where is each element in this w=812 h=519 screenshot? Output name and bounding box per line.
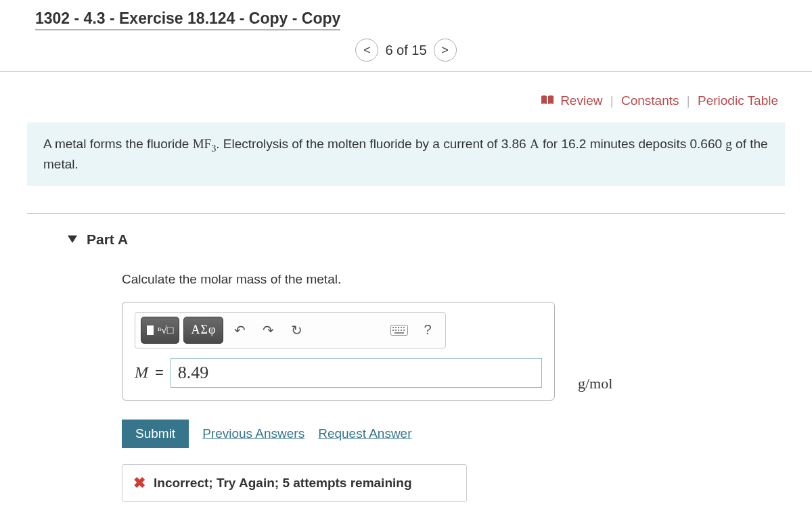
header-divider xyxy=(0,71,812,72)
review-link[interactable]: Review xyxy=(560,93,602,108)
part-instruction: Calculate the molar mass of the metal. xyxy=(122,272,785,287)
pager-prev-button[interactable]: < xyxy=(355,39,378,62)
svg-rect-10 xyxy=(403,330,405,331)
help-button[interactable]: ? xyxy=(415,317,440,344)
incorrect-icon: ✖ xyxy=(133,474,145,492)
constants-link[interactable]: Constants xyxy=(621,93,679,108)
svg-rect-6 xyxy=(392,330,394,331)
svg-rect-11 xyxy=(394,332,404,334)
svg-rect-1 xyxy=(392,327,394,328)
problem-statement: A metal forms the fluoride MF3. Electrol… xyxy=(27,122,785,186)
equation-toolbar: ⁿ√□ ΑΣφ ↶ ↷ ↻ ? xyxy=(135,312,446,348)
svg-rect-3 xyxy=(398,327,399,328)
feedback-box: ✖ Incorrect; Try Again; 5 attempts remai… xyxy=(122,464,467,502)
top-links: Review | Constants | Periodic Table xyxy=(27,93,778,109)
redo-button[interactable]: ↷ xyxy=(256,317,280,344)
section-divider xyxy=(27,213,785,214)
book-icon xyxy=(541,94,554,109)
svg-rect-7 xyxy=(395,330,397,331)
part-a-header[interactable]: Part A xyxy=(27,231,785,248)
page-title: 1302 - 4.3 - Exercise 18.124 - Copy - Co… xyxy=(35,9,340,30)
answer-box: ⁿ√□ ΑΣφ ↶ ↷ ↻ ? M = xyxy=(122,302,555,401)
request-answer-link[interactable]: Request Answer xyxy=(318,426,411,441)
undo-button[interactable]: ↶ xyxy=(227,317,252,344)
svg-rect-2 xyxy=(395,327,397,328)
variable-label: M xyxy=(135,363,148,382)
previous-answers-link[interactable]: Previous Answers xyxy=(202,426,304,441)
caret-down-icon xyxy=(68,235,77,243)
equals-sign: = xyxy=(155,364,164,382)
svg-rect-8 xyxy=(398,330,399,331)
svg-rect-5 xyxy=(403,327,405,328)
submit-button[interactable]: Submit xyxy=(122,420,189,448)
answer-input[interactable] xyxy=(171,358,542,388)
pager-next-button[interactable]: > xyxy=(434,39,457,62)
pager-text: 6 of 15 xyxy=(385,43,426,58)
svg-rect-9 xyxy=(401,330,402,331)
svg-rect-4 xyxy=(401,327,402,328)
feedback-text: Incorrect; Try Again; 5 attempts remaini… xyxy=(154,476,412,491)
part-a-title: Part A xyxy=(87,231,128,248)
templates-button[interactable]: ⁿ√□ xyxy=(141,317,179,344)
reset-button[interactable]: ↻ xyxy=(284,317,309,344)
keyboard-button[interactable] xyxy=(387,317,411,344)
pager: < 6 of 15 > xyxy=(0,39,812,62)
greek-button[interactable]: ΑΣφ xyxy=(183,317,223,344)
periodic-table-link[interactable]: Periodic Table xyxy=(698,93,778,108)
unit-label: g/mol xyxy=(578,375,612,392)
